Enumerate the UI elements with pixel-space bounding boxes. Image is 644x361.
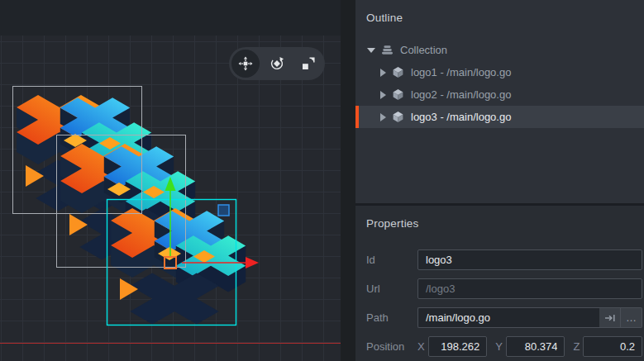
chevron-right-icon[interactable] bbox=[380, 69, 386, 77]
tree-item-logo3-selected[interactable]: logo3 - /main/logo.go bbox=[355, 106, 644, 128]
scale-icon bbox=[301, 56, 316, 71]
scale-tool-button[interactable] bbox=[294, 50, 322, 78]
url-field-row: Url bbox=[366, 278, 642, 299]
browse-resource-button[interactable]: … bbox=[621, 307, 642, 328]
logo3-object[interactable] bbox=[111, 208, 246, 325]
tree-item-label: Collection bbox=[400, 44, 447, 56]
path-resource-field: … bbox=[417, 307, 642, 328]
outline-title: Outline bbox=[355, 0, 644, 24]
outline-tree: Collection logo1 - /main/logo.go bbox=[355, 39, 644, 128]
rotate-icon bbox=[270, 56, 284, 71]
path-label: Path bbox=[366, 311, 417, 324]
editor-window: Outline Collection bbox=[0, 0, 644, 361]
outline-panel: Outline Collection bbox=[355, 0, 644, 203]
id-field-row: Id bbox=[366, 249, 642, 270]
game-object-cube-icon bbox=[392, 66, 404, 78]
rotate-tool-button[interactable] bbox=[263, 50, 291, 78]
position-x-input[interactable] bbox=[428, 336, 488, 357]
properties-title: Properties bbox=[355, 206, 644, 230]
goto-resource-button[interactable] bbox=[599, 307, 621, 328]
scene-toolbar bbox=[229, 47, 325, 80]
chevron-down-icon[interactable] bbox=[367, 48, 375, 53]
tree-item-label: logo3 - /main/logo.go bbox=[411, 111, 511, 123]
move-tool-button[interactable] bbox=[231, 50, 260, 78]
game-object-cube-icon bbox=[392, 88, 404, 101]
path-input[interactable] bbox=[417, 307, 599, 328]
tree-item-logo2[interactable]: logo2 - /main/logo.go bbox=[355, 83, 644, 106]
chevron-right-icon[interactable] bbox=[380, 91, 386, 99]
chevron-right-icon[interactable] bbox=[380, 113, 386, 121]
arrow-to-bar-icon bbox=[604, 312, 616, 324]
scene-viewport[interactable] bbox=[0, 0, 341, 361]
z-axis-label: Z bbox=[573, 340, 580, 353]
position-z-input[interactable] bbox=[583, 336, 642, 357]
tree-item-label: logo1 - /main/logo.go bbox=[411, 66, 511, 78]
properties-panel: Properties Id Url Path bbox=[355, 206, 644, 361]
collection-icon bbox=[381, 44, 394, 56]
id-input[interactable] bbox=[417, 249, 642, 270]
game-object-cube-icon bbox=[392, 111, 404, 123]
tree-item-label: logo2 - /main/logo.go bbox=[411, 88, 511, 101]
x-axis-label: X bbox=[417, 340, 425, 353]
url-label: Url bbox=[366, 283, 417, 295]
path-field-row: Path … bbox=[366, 307, 642, 328]
position-vector3: X Y Z bbox=[417, 336, 642, 357]
position-y-input[interactable] bbox=[506, 336, 565, 357]
tree-item-collection[interactable]: Collection bbox=[355, 39, 644, 61]
z-handle[interactable] bbox=[218, 205, 229, 216]
position-label: Position bbox=[366, 340, 417, 353]
tree-item-logo1[interactable]: logo1 - /main/logo.go bbox=[355, 61, 644, 83]
move-icon bbox=[238, 56, 253, 71]
position-field-row: Position X Y Z bbox=[366, 336, 642, 357]
y-axis-label: Y bbox=[495, 340, 503, 353]
sidebar: Outline Collection bbox=[355, 0, 644, 361]
panel-splitter[interactable] bbox=[341, 0, 355, 361]
id-label: Id bbox=[366, 254, 417, 266]
url-input[interactable] bbox=[417, 278, 642, 299]
x-axis-arrowhead-icon[interactable] bbox=[246, 257, 259, 268]
